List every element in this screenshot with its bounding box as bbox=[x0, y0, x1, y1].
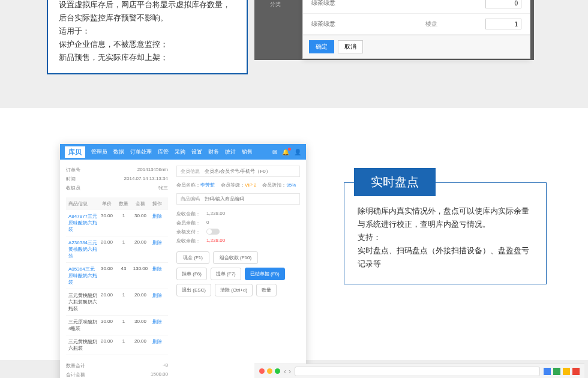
done-button[interactable]: 已结单据 (F8) bbox=[245, 268, 285, 280]
pend-button[interactable]: 挂单 (F6) bbox=[176, 268, 207, 280]
close-icon[interactable] bbox=[259, 368, 265, 374]
app-logo: 库贝 bbox=[65, 146, 85, 158]
traffic-lights bbox=[259, 368, 280, 374]
url-bar[interactable] bbox=[295, 367, 540, 376]
nav-data[interactable]: 数据 bbox=[113, 148, 124, 156]
maximize-icon[interactable] bbox=[275, 368, 280, 374]
balance-toggle[interactable] bbox=[206, 229, 220, 235]
nav-admin[interactable]: 管理员 bbox=[91, 148, 107, 156]
clear-button[interactable]: 清除 (Ctrl+d) bbox=[215, 284, 253, 296]
forward-icon[interactable]: › bbox=[289, 367, 291, 376]
count-button[interactable]: 数量 bbox=[256, 284, 277, 296]
cash-button[interactable]: 现金 (F1) bbox=[176, 251, 209, 264]
get-button[interactable]: 提单 (F7) bbox=[211, 268, 241, 280]
delete-link[interactable]: 删除 bbox=[149, 319, 166, 332]
table-row: 三元原味酸奶4瓶装30.00130.00删除 bbox=[66, 316, 168, 335]
nav-stats[interactable]: 统计 bbox=[225, 148, 236, 156]
table-row: 三元黄桃酸奶六瓶装酸奶六瓶装20.00120.00删除 bbox=[66, 289, 168, 316]
goods-code-input[interactable] bbox=[205, 196, 296, 202]
confirm-button[interactable]: 确定 bbox=[309, 40, 334, 53]
table-row: A05364三元原味酸奶六瓶装30.0043130.00删除 bbox=[66, 263, 168, 289]
side-tab-category[interactable]: 分类 bbox=[260, 0, 290, 12]
delete-link[interactable]: 删除 bbox=[149, 239, 166, 259]
nav-settings[interactable]: 设置 bbox=[191, 148, 202, 156]
nav-order[interactable]: 订单处理 bbox=[130, 148, 152, 156]
logout-button[interactable]: 退出 (ESC) bbox=[176, 284, 211, 296]
stock-dialog: 测试1号14 绿茶绿意 绿茶绿意楼盘 确定 取消 bbox=[302, 0, 530, 59]
nav-stock[interactable]: 库管 bbox=[158, 148, 169, 156]
bell-icon[interactable]: 🔔 bbox=[282, 149, 289, 155]
qty-input[interactable] bbox=[485, 19, 521, 29]
cancel-button[interactable]: 取消 bbox=[338, 40, 363, 53]
member-search-input[interactable] bbox=[205, 169, 296, 174]
nav-finance[interactable]: 财务 bbox=[208, 148, 219, 156]
table-row: A847877三元原味酸奶六瓶装30.00130.00删除 bbox=[66, 210, 168, 236]
table-row: 三元黄桃酸奶六瓶装20.00120.00删除 bbox=[66, 335, 168, 355]
feature-title: 实时盘点 bbox=[354, 168, 436, 196]
table-row: A236384三元黄桃酸奶六瓶装20.00120.00删除 bbox=[66, 236, 168, 263]
minimize-icon[interactable] bbox=[267, 368, 272, 374]
qty-input[interactable] bbox=[485, 0, 521, 8]
combo-pay-button[interactable]: 组合收款 (F10) bbox=[213, 251, 258, 264]
browser-chrome: ‹ › bbox=[254, 364, 584, 378]
mail-icon[interactable]: ✉ bbox=[272, 149, 277, 155]
user-icon[interactable]: 👤 bbox=[294, 149, 301, 155]
app-nav: 管理员 数据 订单处理 库管 采购 设置 财务 统计 销售 bbox=[91, 148, 272, 156]
delete-link[interactable]: 删除 bbox=[149, 338, 166, 352]
back-icon[interactable]: ‹ bbox=[284, 367, 286, 376]
feature-description: 除明确库内真实情况外，盘点可以使库内实际余量与系统进行校正，查明库内盈亏情况。 … bbox=[344, 182, 547, 284]
browser-ext-icon[interactable] bbox=[563, 368, 570, 375]
virtual-stock-description: 设置虚拟库存后，网店平台将显示虚拟库存数量，后台实际监控库存预警不影响。 适用于… bbox=[47, 0, 248, 74]
delete-link[interactable]: 删除 bbox=[149, 292, 166, 312]
nav-purchase[interactable]: 采购 bbox=[175, 148, 185, 156]
nav-sales[interactable]: 销售 bbox=[242, 148, 253, 156]
browser-ext-icon[interactable] bbox=[544, 368, 551, 375]
browser-ext-icon[interactable] bbox=[572, 368, 580, 375]
delete-link[interactable]: 删除 bbox=[149, 266, 166, 286]
pos-app-screenshot: 库贝 管理员 数据 订单处理 库管 采购 设置 财务 统计 销售 ✉ 🔔 👤 订… bbox=[60, 144, 306, 378]
browser-ext-icon[interactable] bbox=[553, 368, 560, 375]
delete-link[interactable]: 删除 bbox=[149, 213, 166, 233]
